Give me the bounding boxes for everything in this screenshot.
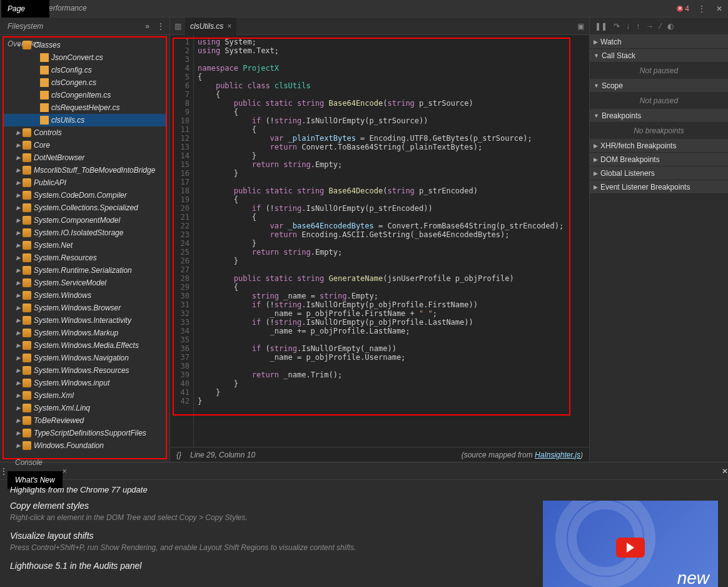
folder-item[interactable]: ▶System.Net	[4, 239, 166, 252]
pane-body: Not paused	[590, 63, 728, 79]
show-navigator-icon[interactable]: ▥	[170, 22, 185, 31]
pane-event-listener-breakpoints[interactable]: ▶Event Listener Breakpoints	[590, 180, 728, 194]
folder-item[interactable]: ▶Core	[4, 139, 166, 151]
folder-item[interactable]: ▶System.Windows.Browser	[4, 302, 166, 314]
folder-icon	[23, 329, 31, 337]
close-drawer-tab-icon[interactable]: ×	[63, 467, 67, 476]
folder-icon	[23, 354, 31, 362]
tree-label: System.Xml	[34, 391, 74, 400]
source-map-link[interactable]: HaInsighter.js	[535, 451, 580, 459]
folder-item[interactable]: ▶Controls	[4, 126, 166, 139]
braces-icon[interactable]: {}	[176, 451, 181, 459]
close-tab-icon[interactable]: ×	[227, 22, 231, 31]
folder-item[interactable]: ▶System.Windows	[4, 289, 166, 302]
whatsnew-item[interactable]: Lighthouse 5.1 in the Audits panel	[10, 561, 524, 571]
folder-item[interactable]: ▶System.ComponentModel	[4, 214, 166, 227]
file-item[interactable]: ▶clsUtils.cs	[4, 114, 166, 126]
file-item[interactable]: ▶clsCongenItem.cs	[4, 89, 166, 101]
drawer-tab-console[interactable]: Console	[8, 454, 63, 471]
folder-item[interactable]: ▶System.Resources	[4, 252, 166, 264]
folder-icon	[23, 203, 31, 212]
folder-icon	[23, 178, 31, 187]
pane-breakpoints[interactable]: ▼Breakpoints	[590, 109, 728, 123]
debugger-panel: ❚❚ ↷ ↓ ↑ → ⁄ ◐ ▶Watch▼Call StackNot paus…	[589, 18, 728, 462]
folder-icon	[23, 429, 31, 437]
close-drawer-icon[interactable]: ✕	[722, 467, 728, 476]
drawer-menu-icon[interactable]: ⋮	[0, 467, 8, 476]
code-content[interactable]: using System;using System.Text; namespac…	[194, 35, 589, 447]
folder-icon	[23, 228, 31, 237]
file-item[interactable]: ▶clsCongen.cs	[4, 76, 166, 89]
folder-item[interactable]: ▶DotNetBrowser	[4, 151, 166, 164]
navigator-menu-icon[interactable]: ⋮	[153, 22, 168, 31]
folder-item[interactable]: ▶System.Windows.Navigation	[4, 352, 166, 364]
editor-panel: ▥ clsUtils.cs × ▣ 1234567891011121314151…	[170, 18, 589, 462]
folder-item[interactable]: ▶TypeScriptDefinitionsSupportFiles	[4, 427, 166, 439]
drawer-panel: ⋮ ConsoleWhat's New × ✕ Highlights from …	[0, 462, 728, 587]
whatsnew-item[interactable]: Visualize layout shiftsPress Control+Shi…	[10, 531, 524, 552]
folder-item[interactable]: ▶System.CodeDom.Compiler	[4, 189, 166, 202]
code-editor[interactable]: 1234567891011121314151617181920212223242…	[170, 35, 589, 447]
folder-item[interactable]: ▶Windows.Foundation	[4, 439, 166, 452]
tree-label: System.Collections.Specialized	[34, 203, 138, 212]
folder-item[interactable]: ▶System.Xml.Linq	[4, 402, 166, 414]
nav-tab-filesystem[interactable]: Filesystem	[1, 18, 49, 35]
folder-item[interactable]: ▶System.Collections.Specialized	[4, 202, 166, 214]
editor-tab[interactable]: clsUtils.cs ×	[185, 18, 236, 35]
settings-menu-icon[interactable]: ⋮	[693, 0, 710, 18]
file-tree[interactable]: ▼Classes▶JsonConvert.cs▶clsConfig.cs▶cls…	[3, 36, 167, 459]
file-item[interactable]: ▶JsonConvert.cs	[4, 51, 166, 64]
pane-scope[interactable]: ▼Scope	[590, 79, 728, 93]
play-icon[interactable]	[616, 538, 645, 558]
nav-tab-page[interactable]: Page	[1, 0, 49, 18]
pane-body: No breakpoints	[590, 123, 728, 139]
folder-icon	[23, 316, 31, 325]
pane-global-listeners[interactable]: ▶Global Listeners	[590, 166, 728, 180]
deactivate-bp-icon[interactable]: ⁄	[660, 22, 661, 31]
tree-label: System.Windows.Markup	[34, 329, 118, 337]
folder-item[interactable]: ▶PublicAPI	[4, 176, 166, 189]
error-counter[interactable]: ✕4	[677, 4, 689, 13]
folder-item[interactable]: ▶System.ServiceModel	[4, 277, 166, 289]
pause-icon[interactable]: ❚❚	[595, 22, 607, 31]
folder-item[interactable]: ▶System.Windows.Interactivity	[4, 314, 166, 327]
pane-dom-breakpoints[interactable]: ▶DOM Breakpoints	[590, 153, 728, 166]
step-over-icon[interactable]: ↷	[614, 22, 620, 31]
folder-item[interactable]: ▶System.Windows.input	[4, 377, 166, 389]
tree-label: System.Windows.Resources	[34, 366, 129, 375]
folder-item[interactable]: ▶System.Windows.Markup	[4, 327, 166, 339]
step-out-icon[interactable]: ↑	[636, 22, 640, 31]
folder-item[interactable]: ▶MscorlibStuff_ToBeMovedIntoBridge	[4, 164, 166, 176]
pane-call-stack[interactable]: ▼Call Stack	[590, 49, 728, 63]
more-tabs-icon[interactable]: »	[141, 22, 153, 31]
folder-item[interactable]: ▶System.Windows.Resources	[4, 364, 166, 377]
whatsnew-video[interactable]: new	[543, 501, 718, 587]
tree-label: PublicAPI	[34, 178, 66, 187]
folder-icon	[23, 166, 31, 175]
step-into-icon[interactable]: ↓	[626, 22, 630, 31]
pane-body: Not paused	[590, 93, 728, 109]
file-item[interactable]: ▶clsRequestHelper.cs	[4, 101, 166, 114]
tree-label: System.Windows.Interactivity	[34, 316, 131, 325]
close-icon[interactable]: ✕	[710, 0, 728, 18]
history-icon[interactable]: ▣	[572, 22, 589, 31]
file-item[interactable]: ▶clsConfig.cs	[4, 64, 166, 76]
pause-exceptions-icon[interactable]: ◐	[667, 22, 674, 31]
folder-item[interactable]: ▶System.Runtime.Serialization	[4, 264, 166, 277]
cursor-position: Line 29, Column 10	[190, 451, 255, 459]
tree-label: DotNetBrowser	[34, 153, 84, 162]
folder-item[interactable]: ▶ToBeReviewed	[4, 414, 166, 427]
folder-item[interactable]: ▶System.Xml	[4, 389, 166, 402]
folder-icon	[23, 278, 31, 287]
tree-label: clsRequestHelper.cs	[51, 103, 120, 112]
file-icon	[40, 91, 49, 100]
pane-xhr-fetch-breakpoints[interactable]: ▶XHR/fetch Breakpoints	[590, 139, 728, 153]
folder-item[interactable]: ▶System.IO.IsolatedStorage	[4, 227, 166, 239]
whatsnew-item[interactable]: Copy element stylesRight-click an elemen…	[10, 501, 524, 522]
navigator-tabs: PageFilesystemOverrides » ⋮	[0, 18, 169, 35]
folder-item[interactable]: ▼Classes	[4, 39, 166, 51]
pane-watch[interactable]: ▶Watch	[590, 35, 728, 49]
step-icon[interactable]: →	[646, 22, 654, 31]
folder-icon	[23, 341, 31, 350]
folder-item[interactable]: ▶System.Windows.Media.Effects	[4, 339, 166, 352]
